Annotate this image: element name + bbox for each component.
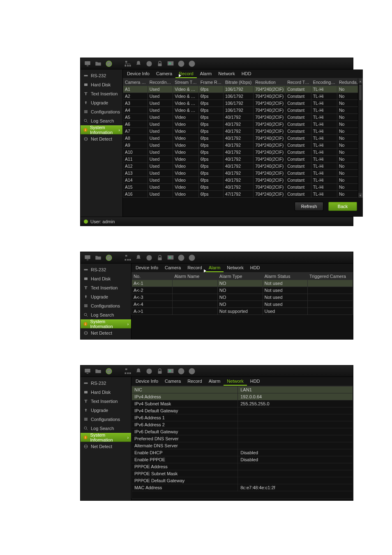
sidebar-item-upgrade[interactable]: Upgrade [81,98,122,107]
table-row[interactable]: A5UsedVideo6fps40/1792704*240(2CIF)Const… [123,114,362,121]
check-circle-icon[interactable] [104,59,114,68]
globe-icon[interactable] [144,367,154,376]
tab-camera[interactable]: Camera [153,69,175,78]
tab-camera[interactable]: Camera [161,377,184,386]
sidebar-item-rs-232[interactable]: RS-232 [81,265,131,274]
bell-icon[interactable] [133,253,144,262]
scroll-thumb[interactable] [359,84,362,101]
globe-icon[interactable] [144,59,154,68]
tab-record[interactable]: Record [184,263,205,272]
monitor-icon[interactable] [82,59,93,68]
sidebar-item-net-detect[interactable]: Net Detect [81,134,122,143]
sidebar-item-hard-disk[interactable]: Hard Disk [81,80,122,89]
help-icon[interactable] [176,253,187,262]
network-icon[interactable] [122,253,133,262]
column-header[interactable]: Resolution [254,79,286,86]
tab-hdd[interactable]: HDD [247,377,263,386]
sidebar-item-system-information[interactable]: System Information› [81,125,122,134]
tab-alarm[interactable]: Alarm [205,263,224,272]
column-header[interactable]: Alarm Type [217,273,263,280]
table-row[interactable]: A7UsedVideo6fps40/1792704*240(2CIF)Const… [123,128,362,135]
table-row[interactable]: A<-3NONot used [132,294,353,301]
power-icon[interactable] [187,253,197,262]
sidebar-item-log-search[interactable]: Log Search [81,310,131,319]
table-row[interactable]: A16UsedVideo6fps47/1792704*240(2CIF)Cons… [123,191,362,198]
tab-device-info[interactable]: Device Info [132,377,161,386]
sidebar-item-log-search[interactable]: Log Search [81,424,131,433]
table-row[interactable]: A11UsedVideo6fps40/1792704*240(2CIF)Cons… [123,156,362,163]
sidebar-item-upgrade[interactable]: Upgrade [81,406,131,415]
tab-record[interactable]: Record [184,377,205,386]
sidebar-item-net-detect[interactable]: Net Detect [81,328,131,338]
folder-icon[interactable] [93,59,104,68]
vertical-scrollbar[interactable]: ▴ ▾ [358,79,362,198]
help-icon[interactable] [176,367,187,376]
monitor-icon[interactable] [82,367,93,376]
alarm-table[interactable]: No.Alarm NameAlarm TypeAlarm StatusTrigg… [131,273,353,315]
table-row[interactable]: A<-1NONot used [132,280,353,287]
column-header[interactable]: Recordin… [148,79,173,86]
sidebar-item-system-information[interactable]: System Information› [81,319,131,328]
column-header[interactable]: Alarm Status [263,273,308,280]
sidebar-item-text-insertion[interactable]: Text Insertion [81,283,131,292]
sidebar-item-log-search[interactable]: Log Search [81,116,122,125]
sidebar-item-configurations[interactable]: Configurations [81,301,131,310]
check-circle-icon[interactable] [104,367,114,376]
sidebar-item-upgrade[interactable]: Upgrade [81,292,131,301]
power-icon[interactable] [187,59,197,68]
table-row[interactable]: A2UsedVideo & …6fps106/1792704*240(2CIF)… [123,93,362,100]
table-row[interactable]: A6UsedVideo6fps40/1792704*240(2CIF)Const… [123,121,362,128]
table-row[interactable]: A8UsedVideo6fps40/1792704*240(2CIF)Const… [123,135,362,142]
column-header[interactable]: Frame R… [198,79,223,86]
tab-device-info[interactable]: Device Info [132,263,161,272]
record-table[interactable]: Camera …Recordin…Stream T…Frame R…Bitrat… [123,79,363,198]
table-row[interactable]: A->1Not supportedUsed [132,308,353,315]
table-row[interactable]: A13UsedVideo6fps40/1792704*240(2CIF)Cons… [123,170,362,177]
folder-icon[interactable] [93,253,104,262]
bell-icon[interactable] [133,59,144,68]
scroll-up-icon[interactable]: ▴ [358,79,362,83]
globe-icon[interactable] [144,253,154,262]
table-row[interactable]: A10UsedVideo6fps40/1792704*240(2CIF)Cons… [123,149,362,156]
network-icon[interactable] [122,59,133,68]
folder-icon[interactable] [93,367,104,376]
power-icon[interactable] [187,367,197,376]
table-row[interactable]: A9UsedVideo6fps40/1792704*240(2CIF)Const… [123,142,362,149]
sidebar-item-configurations[interactable]: Configurations [81,415,131,424]
table-row[interactable]: A14UsedVideo6fps40/1792704*240(2CIF)Cons… [123,177,362,184]
table-row[interactable]: A<-2NONot used [132,287,353,294]
tab-device-info[interactable]: Device Info [124,69,153,78]
tab-network[interactable]: Network [224,377,247,386]
display-icon[interactable] [165,59,176,68]
check-circle-icon[interactable] [104,253,114,262]
table-row[interactable]: A12UsedVideo6fps40/1792704*240(2CIF)Cons… [123,163,362,170]
display-icon[interactable] [165,367,176,376]
tab-network[interactable]: Network [224,263,247,272]
display-icon[interactable] [165,253,176,262]
column-header[interactable]: Bitrate (Kbps) [224,79,254,86]
column-header[interactable]: Stream T… [173,79,198,86]
tab-alarm[interactable]: Alarm [205,377,224,386]
sidebar-item-text-insertion[interactable]: Text Insertion [81,89,122,98]
sidebar-item-hard-disk[interactable]: Hard Disk [81,388,131,397]
refresh-button[interactable]: Refresh [295,202,323,211]
sidebar-item-rs-232[interactable]: RS-232 [81,379,131,388]
column-header[interactable]: Triggered Camera [308,273,353,280]
bell-icon[interactable] [133,367,144,376]
column-header[interactable]: Record T… [286,79,311,86]
sidebar-item-system-information[interactable]: System Information› [81,433,131,442]
sidebar-item-configurations[interactable]: Configurations [81,107,122,116]
monitor-icon[interactable] [82,253,93,262]
tab-alarm[interactable]: Alarm [197,69,215,78]
column-header[interactable]: Encoding… [311,79,337,86]
column-header[interactable]: Alarm Name [173,273,218,280]
lock-icon[interactable] [154,367,165,376]
column-header[interactable]: No. [132,273,173,280]
tab-hdd[interactable]: HDD [247,263,263,272]
sidebar-item-hard-disk[interactable]: Hard Disk [81,274,131,283]
table-row[interactable]: A4UsedVideo & …6fps106/1792704*240(2CIF)… [123,107,362,114]
lock-icon[interactable] [154,253,165,262]
back-button[interactable]: Back [328,202,357,211]
network-icon[interactable] [122,367,133,376]
sidebar-item-rs-232[interactable]: RS-232 [81,71,122,80]
